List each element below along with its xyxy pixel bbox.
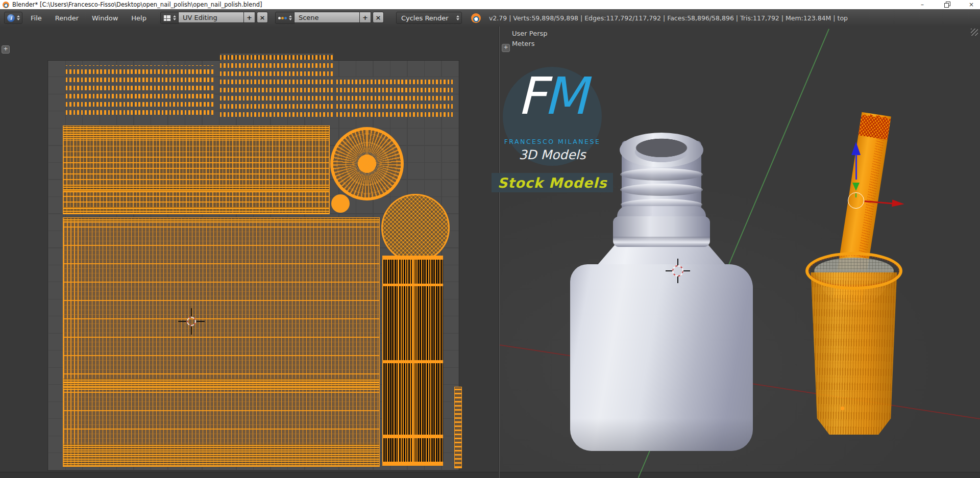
uv-island-dot[interactable] <box>331 194 350 213</box>
uv-island-hex-disc[interactable] <box>381 194 450 262</box>
window-title: Blender* [C:\Users\Francesco-Fisso\Deskt… <box>12 1 262 8</box>
chevron-updown-icon <box>289 15 292 20</box>
viewport-unit-label: Meters <box>512 40 534 47</box>
watermark-initials: FM <box>517 71 587 137</box>
uv-island-bar <box>382 360 443 363</box>
bottle-thread <box>620 168 703 181</box>
watermark-initial-f: F <box>517 66 547 126</box>
watermark-name: FRANCESCO MILANESE <box>504 138 601 145</box>
uv-island-strips-1[interactable] <box>66 65 214 115</box>
uv-grid-canvas[interactable] <box>47 60 459 471</box>
info-editor-icon: i <box>7 14 15 22</box>
cap-cup-object[interactable] <box>805 252 902 438</box>
uv-island-band <box>63 126 329 139</box>
cup-rim-seam-edges <box>809 256 899 286</box>
viewport-view-label: User Persp <box>512 30 548 37</box>
uv-island-band <box>63 207 329 214</box>
menu-file[interactable]: File <box>31 14 42 22</box>
scene-value: Scene <box>299 14 319 21</box>
scene-browse-button[interactable] <box>275 12 295 24</box>
window-controls: – × <box>918 0 976 9</box>
region-expand-button[interactable]: + <box>2 45 10 54</box>
blender-app-icon <box>3 2 9 8</box>
bottle-thread <box>620 184 703 196</box>
watermark-badge: Stock Models <box>492 173 613 192</box>
screen-layout-close-button[interactable]: × <box>257 12 268 23</box>
uv-island-radial-disc[interactable] <box>330 127 404 200</box>
screen-layout-icon <box>163 15 171 21</box>
watermark-badge-text: Stock Models <box>498 175 607 191</box>
menu-window[interactable]: Window <box>92 14 118 22</box>
uv-island-striped-column[interactable] <box>382 256 443 466</box>
uv-2d-cursor[interactable] <box>178 308 205 335</box>
gizmo-y-axis-arrow[interactable] <box>852 183 860 191</box>
restore-icon <box>944 2 949 7</box>
bottle-bottom-shade <box>570 418 753 451</box>
editor-type-selector[interactable]: i <box>4 12 22 24</box>
object-origin-dot <box>841 407 844 410</box>
uv-island-bar <box>382 435 443 438</box>
menu-render[interactable]: Render <box>55 14 79 22</box>
uv-island-bar <box>382 462 443 466</box>
bottle-body <box>570 264 753 451</box>
region-expand-button[interactable]: + <box>502 44 510 52</box>
scene-add-button[interactable]: + <box>360 12 371 23</box>
screen-layout-browse-button[interactable] <box>160 12 179 24</box>
info-header: i File Render Window Help UV Editing + × <box>0 9 980 27</box>
screen-layout-add-button[interactable]: + <box>244 12 255 23</box>
watermark-tagline: 3D Models <box>519 147 585 162</box>
uv-island-band <box>63 186 329 192</box>
blender-logo-icon <box>471 13 481 23</box>
bottle-collar-lip <box>613 237 710 247</box>
chevron-updown-icon <box>17 15 20 20</box>
close-button[interactable]: × <box>967 0 976 9</box>
chevron-updown-icon <box>173 15 176 20</box>
uv-island-sliver[interactable] <box>454 387 462 468</box>
screen-layout-group: UV Editing + × <box>160 12 268 24</box>
render-engine-selector[interactable]: Cycles Render <box>396 12 462 24</box>
watermark-logo: FM FRANCESCO MILANESE 3D Models <box>503 67 602 166</box>
viewport-header-strip <box>500 472 980 478</box>
scene-group: Scene + × <box>275 12 384 24</box>
gizmo-x-axis-head <box>892 199 904 208</box>
bottle-opening-rim <box>620 133 703 167</box>
screen-layout-value: UV Editing <box>183 14 217 21</box>
blender-window: Blender* [C:\Users\Francesco-Fisso\Deskt… <box>0 0 980 478</box>
screen-layout-field[interactable]: UV Editing <box>179 12 244 23</box>
scene-icon <box>278 17 287 19</box>
uv-island-bar <box>382 256 443 260</box>
uv-editor-header-strip <box>0 472 498 478</box>
scene-close-button[interactable]: × <box>373 12 384 23</box>
chevron-updown-icon <box>456 15 459 20</box>
viewport-3d-cursor <box>666 259 690 283</box>
bottle-collar <box>613 216 710 247</box>
uv-island-strips-2[interactable] <box>220 54 333 117</box>
uv-island-block-lower[interactable] <box>63 217 380 467</box>
cup-body-wireframe <box>810 272 898 435</box>
window-titlebar[interactable]: Blender* [C:\Users\Francesco-Fisso\Deskt… <box>0 0 980 10</box>
gizmo-z-axis-arrow[interactable] <box>851 142 861 155</box>
transform-gizmo <box>857 142 918 223</box>
gizmo-z-axis-shaft[interactable] <box>855 154 857 180</box>
uv-island-block-upper[interactable] <box>63 125 330 214</box>
uv-island-band <box>63 218 379 222</box>
gizmo-y-axis-tick <box>855 193 856 197</box>
uv-island-band <box>63 444 379 466</box>
uv-island-band <box>63 379 379 390</box>
minimize-button[interactable]: – <box>918 0 927 9</box>
watermark-initial-m: M <box>544 66 587 126</box>
uv-island-strips-3[interactable] <box>336 77 453 117</box>
scene-field[interactable]: Scene <box>295 12 360 23</box>
scene-statistics: v2.79 | Verts:59,898/59,898 | Edges:117,… <box>489 14 848 22</box>
gizmo-x-axis-shaft <box>865 200 893 204</box>
brush-tip-wireframe <box>858 112 891 140</box>
uv-island-bar <box>382 284 443 286</box>
uv-image-editor[interactable]: + <box>0 27 498 478</box>
render-engine-value: Cycles Render <box>401 14 449 22</box>
menu-help[interactable]: Help <box>131 14 146 22</box>
area-corner-grip[interactable] <box>971 29 978 36</box>
restore-button[interactable] <box>942 0 951 9</box>
